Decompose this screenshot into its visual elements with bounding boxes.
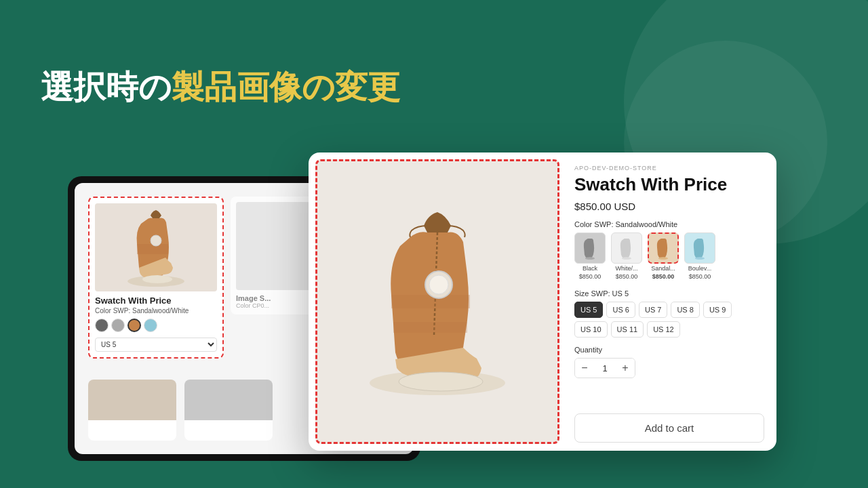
color-white-boot-svg bbox=[614, 234, 639, 262]
size-us9[interactable]: US 9 bbox=[703, 302, 732, 318]
size-us8[interactable]: US 8 bbox=[671, 302, 699, 318]
card-color-label: Color SWP: Sandalwood/White bbox=[95, 307, 217, 314]
product-card-main: Swatch With Price Color SWP: Sandalwood/… bbox=[88, 197, 224, 359]
color-black-name: Black bbox=[583, 265, 597, 272]
color-boulevard-name: Boulev... bbox=[688, 265, 711, 272]
size-us6[interactable]: US 6 bbox=[606, 302, 635, 318]
bottom-card-2-img bbox=[184, 380, 273, 420]
svg-point-10 bbox=[658, 257, 668, 260]
size-us7[interactable]: US 7 bbox=[639, 302, 667, 318]
store-name: APO-DEV-DEMO-STORE bbox=[574, 165, 764, 171]
color-boulevard-boot-svg bbox=[688, 234, 712, 262]
boot-image-card bbox=[122, 203, 190, 291]
swatch-blue[interactable] bbox=[144, 319, 157, 332]
svg-point-11 bbox=[695, 257, 705, 260]
quantity-control: − 1 + bbox=[574, 358, 635, 378]
bottom-card-1 bbox=[88, 380, 176, 441]
card-color-swatches bbox=[95, 319, 217, 332]
swatch-gray[interactable] bbox=[111, 319, 125, 332]
color-label: Color SWP: Sandalwood/White bbox=[574, 220, 764, 228]
svg-point-9 bbox=[622, 257, 631, 260]
color-option-white[interactable]: White/... $850.00 bbox=[611, 232, 642, 280]
size-label: Size SWP: US 5 bbox=[574, 289, 764, 298]
size-us10[interactable]: US 10 bbox=[574, 321, 608, 338]
svg-point-8 bbox=[585, 257, 595, 260]
size-us12[interactable]: US 12 bbox=[647, 321, 680, 338]
color-option-sandalwood[interactable]: Sandal... $850.00 bbox=[648, 232, 679, 280]
quantity-increase[interactable]: + bbox=[616, 359, 635, 378]
size-options: US 5 US 6 US 7 US 8 US 9 US 10 US 11 US … bbox=[574, 302, 764, 338]
color-black-price: $850.00 bbox=[579, 273, 601, 280]
modal-info: APO-DEV-DEMO-STORE Swatch With Price $85… bbox=[566, 152, 776, 451]
color-sandalwood-boot-svg bbox=[651, 234, 675, 262]
color-option-sandalwood-img bbox=[648, 232, 679, 264]
svg-point-1 bbox=[151, 235, 161, 246]
headline-highlight: 製品画像の変更 bbox=[172, 69, 400, 105]
color-option-black-img bbox=[574, 232, 606, 264]
product-modal: APO-DEV-DEMO-STORE Swatch With Price $85… bbox=[309, 152, 776, 451]
product-price: $850.00 USD bbox=[574, 201, 764, 212]
color-boulevard-price: $850.00 bbox=[689, 273, 711, 280]
add-to-cart-button[interactable]: Add to cart bbox=[574, 413, 764, 443]
modal-image-area bbox=[315, 159, 559, 444]
color-black-boot-svg bbox=[578, 234, 602, 262]
bottom-card-2 bbox=[184, 380, 273, 441]
color-option-black[interactable]: Black $850.00 bbox=[574, 232, 606, 280]
color-option-boulevard[interactable]: Boulev... $850.00 bbox=[684, 232, 715, 280]
svg-point-2 bbox=[142, 275, 172, 283]
swatch-tan[interactable] bbox=[127, 319, 141, 332]
color-white-price: $850.00 bbox=[616, 273, 638, 280]
headline-prefix: 選択時の bbox=[41, 69, 172, 105]
main-product-image bbox=[356, 200, 519, 403]
card-title: Swatch With Price bbox=[95, 296, 217, 306]
quantity-decrease[interactable]: − bbox=[575, 359, 594, 378]
color-sandalwood-price: $850.00 bbox=[652, 273, 675, 280]
color-sandalwood-name: Sandal... bbox=[651, 265, 675, 272]
color-options: Black $850.00 White/... $850.00 bbox=[574, 232, 764, 280]
swatch-black[interactable] bbox=[95, 319, 108, 332]
size-us5[interactable]: US 5 bbox=[574, 302, 603, 318]
product-card-image bbox=[95, 203, 217, 291]
svg-point-6 bbox=[429, 275, 448, 294]
bottom-card-1-img bbox=[88, 380, 176, 420]
bottom-cards-row bbox=[88, 380, 273, 441]
size-select-card[interactable]: US 5 bbox=[95, 338, 217, 352]
svg-point-7 bbox=[399, 372, 483, 391]
page-title: 選択時の製品画像の変更 bbox=[41, 68, 400, 107]
quantity-value: 1 bbox=[594, 363, 616, 373]
product-title: Swatch With Price bbox=[574, 174, 764, 195]
color-white-name: White/... bbox=[615, 265, 637, 272]
color-option-white-img bbox=[611, 232, 642, 264]
size-us11[interactable]: US 11 bbox=[611, 321, 644, 338]
color-option-boulevard-img bbox=[684, 232, 715, 264]
quantity-label: Quantity bbox=[574, 346, 764, 354]
